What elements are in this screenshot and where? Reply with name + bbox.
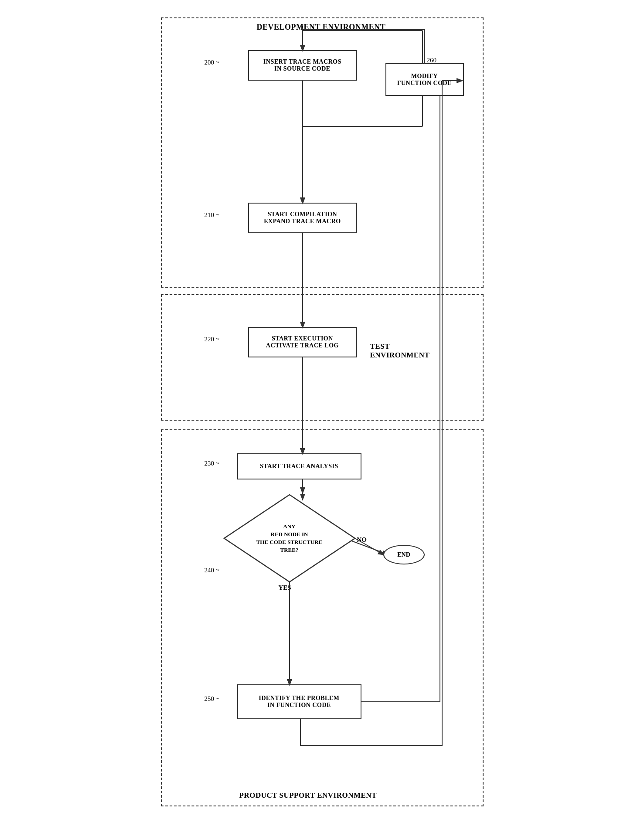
product-support-region <box>161 429 484 806</box>
any-red-node-diamond: ANYRED NODE INTHE CODE STRUCTURETREE? <box>222 493 357 584</box>
ref-240-label: 240 ~ <box>204 567 219 574</box>
ref-250-label: 250 ~ <box>204 695 219 703</box>
start-trace-analysis-box: START TRACE ANALYSIS <box>237 453 361 479</box>
ref-200-label: 200 ~ <box>204 59 219 66</box>
yes-label: YES <box>279 584 291 591</box>
modify-function-code-box: MODIFYFUNCTION CODE <box>385 63 464 96</box>
product-support-label: PRODUCT SUPPORT ENVIRONMENT <box>239 791 377 800</box>
insert-trace-macros-box: INSERT TRACE MACROSIN SOURCE CODE <box>248 50 357 81</box>
test-environment-region <box>161 294 484 421</box>
ref-230-label: 230 ~ <box>204 460 219 467</box>
ref-220-label: 220 ~ <box>204 336 219 343</box>
test-environment-label: TESTENVIRONMENT <box>370 342 430 360</box>
no-label: NO <box>357 536 367 544</box>
end-oval: END <box>383 545 425 564</box>
start-execution-box: START EXECUTIONACTIVATE TRACE LOG <box>248 327 357 357</box>
start-compilation-box: START COMPILATIONEXPAND TRACE MACRO <box>248 203 357 233</box>
development-environment-label: DEVELOPMENT ENVIRONMENT <box>257 23 386 32</box>
ref-210-label: 210 ~ <box>204 211 219 219</box>
identify-problem-box: IDENTIFY THE PROBLEMIN FUNCTION CODE <box>237 684 361 719</box>
